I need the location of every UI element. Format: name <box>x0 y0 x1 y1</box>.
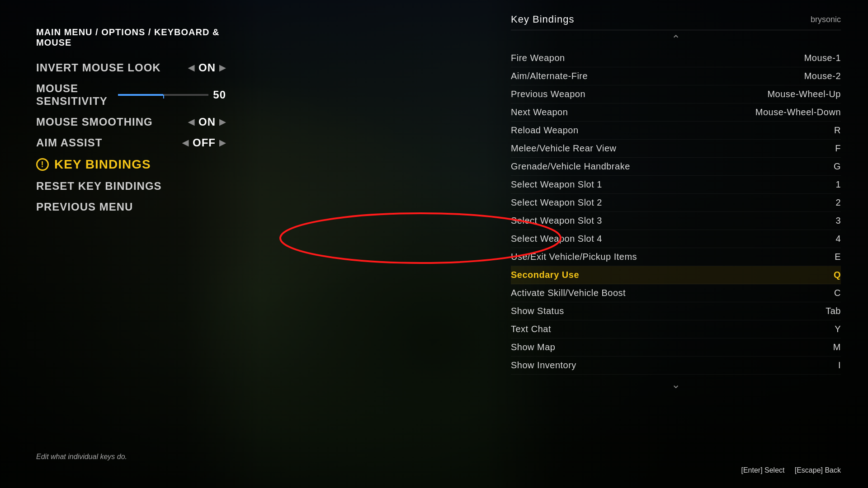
binding-key-value: Mouse-Wheel-Up <box>767 89 841 99</box>
binding-row[interactable]: Select Weapon Slot 33 <box>511 212 841 230</box>
left-panel: MAIN MENU / OPTIONS / KEYBOARD & MOUSE I… <box>0 0 262 488</box>
binding-action-name: Next Weapon <box>511 107 568 117</box>
mouse-sensitivity-control: 50 <box>118 89 226 101</box>
binding-action-name: Activate Skill/Vehicle Boost <box>511 288 626 298</box>
invert-mouse-item[interactable]: INVERT MOUSE LOOK ◀ On ▶ <box>36 61 226 74</box>
binding-row[interactable]: Text ChatY <box>511 320 841 338</box>
binding-key-value: Mouse-1 <box>804 53 841 63</box>
panel-title: Key Bindings <box>511 14 574 25</box>
binding-row[interactable]: Activate Skill/Vehicle BoostC <box>511 284 841 302</box>
footer-hints: [Enter] Select [Escape] Back <box>741 466 841 474</box>
previous-menu-label: PREVIOUS MENU <box>36 201 133 213</box>
binding-key-value: 4 <box>835 234 841 244</box>
binding-action-name: Select Weapon Slot 1 <box>511 179 602 190</box>
mouse-smoothing-label: MOUSE SMOOTHING <box>36 116 153 128</box>
left-panel-hint: Edit what individual keys do. <box>36 453 127 461</box>
warning-icon: ! <box>36 158 49 171</box>
binding-row[interactable]: Show InventoryI <box>511 357 841 375</box>
binding-action-name: Select Weapon Slot 2 <box>511 197 602 208</box>
binding-key-value: M <box>833 342 841 352</box>
binding-row[interactable]: Select Weapon Slot 44 <box>511 230 841 248</box>
slider-tick <box>163 95 164 99</box>
binding-row[interactable]: Melee/Vehicle Rear ViewF <box>511 140 841 158</box>
mouse-sensitivity-val: 50 <box>213 89 226 101</box>
previous-menu-item[interactable]: PREVIOUS MENU <box>36 201 226 213</box>
right-header: Key Bindings brysonic <box>511 14 841 25</box>
back-hint-text: [Escape] Back <box>795 466 841 474</box>
aim-assist-arrow-left[interactable]: ◀ <box>182 138 189 148</box>
invert-mouse-arrow-left[interactable]: ◀ <box>188 63 195 73</box>
binding-key-value: Mouse-2 <box>804 71 841 81</box>
binding-key-value: R <box>834 125 841 136</box>
binding-action-name: Reload Weapon <box>511 125 579 136</box>
binding-action-name: Previous Weapon <box>511 89 585 99</box>
mouse-sensitivity-bar[interactable] <box>118 94 208 96</box>
scroll-down-area[interactable]: ⌄ <box>511 378 841 391</box>
binding-row[interactable]: Fire WeaponMouse-1 <box>511 49 841 67</box>
binding-row[interactable]: Select Weapon Slot 22 <box>511 194 841 212</box>
binding-key-value: Q <box>834 270 841 280</box>
binding-action-name: Show Status <box>511 306 564 316</box>
binding-action-name: Grenade/Vehicle Handbrake <box>511 161 630 172</box>
mouse-sensitivity-label: MOUSE SENSITIVITY <box>36 82 118 108</box>
invert-mouse-label: INVERT MOUSE LOOK <box>36 61 161 74</box>
aim-assist-arrow-right[interactable]: ▶ <box>219 138 226 148</box>
binding-row[interactable]: Show MapM <box>511 338 841 357</box>
mouse-smoothing-val: On <box>198 116 216 128</box>
binding-row[interactable]: Use/Exit Vehicle/Pickup ItemsE <box>511 248 841 266</box>
binding-key-value: I <box>838 360 841 371</box>
mouse-sensitivity-item[interactable]: MOUSE SENSITIVITY 50 <box>36 82 226 108</box>
bindings-list: Fire WeaponMouse-1Aim/Alternate-FireMous… <box>511 49 841 375</box>
reset-key-bindings-item[interactable]: RESET KEY BINDINGS <box>36 180 226 192</box>
aim-assist-val: Off <box>193 136 216 149</box>
binding-key-value: E <box>835 252 841 262</box>
binding-key-value: F <box>835 143 841 154</box>
right-panel: Key Bindings brysonic ⌃ Fire WeaponMouse… <box>484 0 868 488</box>
mouse-smoothing-value: ◀ On ▶ <box>188 116 226 128</box>
invert-mouse-arrow-right[interactable]: ▶ <box>219 63 226 73</box>
binding-action-name: Aim/Alternate-Fire <box>511 71 588 81</box>
binding-row[interactable]: Previous WeaponMouse-Wheel-Up <box>511 85 841 103</box>
binding-row[interactable]: Grenade/Vehicle HandbrakeG <box>511 158 841 176</box>
invert-mouse-value: ◀ On ▶ <box>188 61 226 74</box>
binding-key-value: 1 <box>835 179 841 190</box>
binding-row[interactable]: Select Weapon Slot 11 <box>511 176 841 194</box>
binding-key-value: Tab <box>826 306 841 316</box>
binding-key-value: Mouse-Wheel-Down <box>755 107 841 117</box>
binding-key-value: Y <box>835 324 841 334</box>
binding-action-name: Select Weapon Slot 3 <box>511 216 602 226</box>
binding-action-name: Fire Weapon <box>511 53 565 63</box>
select-hint: [Enter] Select <box>741 466 787 474</box>
binding-key-value: C <box>834 288 841 298</box>
breadcrumb: MAIN MENU / OPTIONS / KEYBOARD & MOUSE <box>36 27 226 48</box>
binding-key-value: 3 <box>835 216 841 226</box>
key-bindings-item[interactable]: ! KEY BINDINGS <box>36 157 226 172</box>
binding-row[interactable]: Next WeaponMouse-Wheel-Down <box>511 103 841 122</box>
chevron-up-icon[interactable]: ⌃ <box>671 33 680 46</box>
binding-action-name: Select Weapon Slot 4 <box>511 234 602 244</box>
username: brysonic <box>811 15 841 24</box>
key-bindings-label: KEY BINDINGS <box>54 157 151 172</box>
binding-action-name: Text Chat <box>511 324 551 334</box>
aim-assist-label: AIM ASSIST <box>36 136 102 149</box>
binding-action-name: Secondary Use <box>511 270 579 280</box>
binding-row[interactable]: Reload WeaponR <box>511 122 841 140</box>
binding-action-name: Use/Exit Vehicle/Pickup Items <box>511 252 637 262</box>
chevron-down-icon[interactable]: ⌄ <box>671 378 680 391</box>
select-hint-text: [Enter] Select <box>741 466 784 474</box>
binding-key-value: 2 <box>835 197 841 208</box>
scroll-up-area[interactable]: ⌃ <box>511 33 841 46</box>
aim-assist-item[interactable]: AIM ASSIST ◀ Off ▶ <box>36 136 226 149</box>
mouse-smoothing-arrow-left[interactable]: ◀ <box>188 117 195 127</box>
mouse-sensitivity-fill <box>118 94 163 96</box>
mouse-smoothing-arrow-right[interactable]: ▶ <box>219 117 226 127</box>
binding-row[interactable]: Aim/Alternate-FireMouse-2 <box>511 67 841 85</box>
binding-row[interactable]: Secondary UseQ <box>511 266 841 284</box>
binding-action-name: Show Inventory <box>511 360 576 371</box>
panel-divider <box>511 30 841 30</box>
invert-mouse-val: On <box>198 61 216 74</box>
binding-row[interactable]: Show StatusTab <box>511 302 841 320</box>
mouse-smoothing-item[interactable]: MOUSE SMOOTHING ◀ On ▶ <box>36 116 226 128</box>
reset-key-bindings-label: RESET KEY BINDINGS <box>36 180 162 192</box>
aim-assist-value: ◀ Off ▶ <box>182 136 226 149</box>
